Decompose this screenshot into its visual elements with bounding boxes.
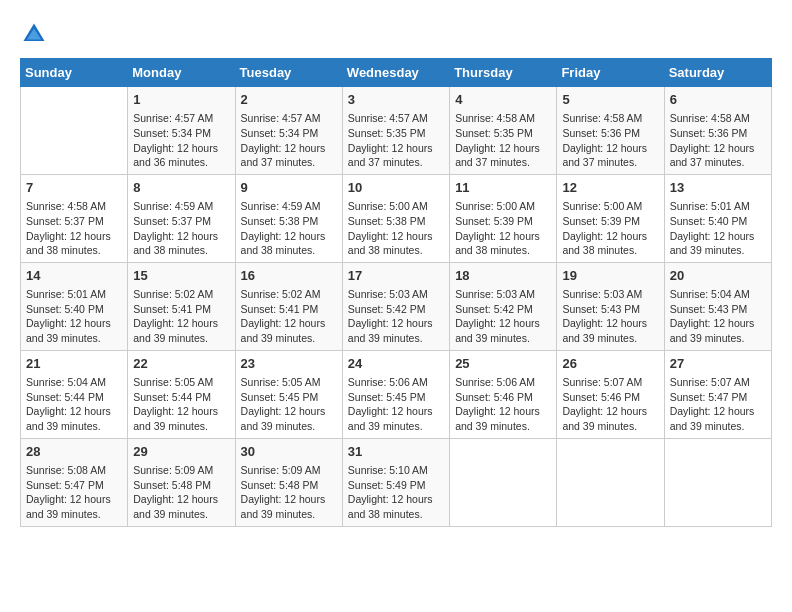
- day-info: and 39 minutes.: [133, 331, 229, 346]
- day-info: Sunrise: 5:00 AM: [348, 199, 444, 214]
- day-info: Daylight: 12 hours: [455, 229, 551, 244]
- day-info: Sunrise: 5:06 AM: [348, 375, 444, 390]
- day-info: Sunrise: 5:06 AM: [455, 375, 551, 390]
- day-info: Sunset: 5:41 PM: [241, 302, 337, 317]
- day-info: and 39 minutes.: [26, 331, 122, 346]
- day-info: Sunset: 5:35 PM: [455, 126, 551, 141]
- day-info: Daylight: 12 hours: [562, 404, 658, 419]
- day-number: 10: [348, 179, 444, 197]
- day-info: Sunset: 5:44 PM: [26, 390, 122, 405]
- day-number: 14: [26, 267, 122, 285]
- day-info: and 39 minutes.: [670, 331, 766, 346]
- day-info: Sunrise: 5:03 AM: [348, 287, 444, 302]
- day-number: 13: [670, 179, 766, 197]
- day-info: Sunrise: 4:59 AM: [241, 199, 337, 214]
- day-info: and 36 minutes.: [133, 155, 229, 170]
- day-number: 4: [455, 91, 551, 109]
- day-info: Sunrise: 4:57 AM: [348, 111, 444, 126]
- day-info: and 39 minutes.: [26, 507, 122, 522]
- day-info: Sunset: 5:46 PM: [562, 390, 658, 405]
- day-info: Sunset: 5:39 PM: [562, 214, 658, 229]
- day-info: and 39 minutes.: [348, 331, 444, 346]
- day-info: Sunrise: 5:02 AM: [241, 287, 337, 302]
- day-info: and 38 minutes.: [133, 243, 229, 258]
- day-number: 11: [455, 179, 551, 197]
- day-info: Sunrise: 5:03 AM: [455, 287, 551, 302]
- day-info: and 39 minutes.: [241, 419, 337, 434]
- day-info: Sunset: 5:36 PM: [670, 126, 766, 141]
- day-info: Sunrise: 5:01 AM: [26, 287, 122, 302]
- day-number: 6: [670, 91, 766, 109]
- day-info: Sunrise: 5:02 AM: [133, 287, 229, 302]
- day-number: 24: [348, 355, 444, 373]
- day-info: Sunrise: 5:01 AM: [670, 199, 766, 214]
- day-info: and 39 minutes.: [670, 419, 766, 434]
- day-info: Sunset: 5:42 PM: [348, 302, 444, 317]
- day-info: Sunset: 5:34 PM: [133, 126, 229, 141]
- week-row-5: 28Sunrise: 5:08 AMSunset: 5:47 PMDayligh…: [21, 438, 772, 526]
- logo-icon: [20, 20, 48, 48]
- day-info: Sunset: 5:45 PM: [348, 390, 444, 405]
- day-info: Sunset: 5:46 PM: [455, 390, 551, 405]
- day-number: 7: [26, 179, 122, 197]
- day-cell: 7Sunrise: 4:58 AMSunset: 5:37 PMDaylight…: [21, 174, 128, 262]
- day-info: and 39 minutes.: [241, 331, 337, 346]
- calendar-header: SundayMondayTuesdayWednesdayThursdayFrid…: [21, 59, 772, 87]
- day-cell: 21Sunrise: 5:04 AMSunset: 5:44 PMDayligh…: [21, 350, 128, 438]
- day-info: Sunset: 5:43 PM: [670, 302, 766, 317]
- day-cell: 28Sunrise: 5:08 AMSunset: 5:47 PMDayligh…: [21, 438, 128, 526]
- calendar-body: 1Sunrise: 4:57 AMSunset: 5:34 PMDaylight…: [21, 87, 772, 527]
- day-number: 20: [670, 267, 766, 285]
- day-cell: 20Sunrise: 5:04 AMSunset: 5:43 PMDayligh…: [664, 262, 771, 350]
- day-info: and 38 minutes.: [26, 243, 122, 258]
- day-info: Sunrise: 4:58 AM: [455, 111, 551, 126]
- day-info: Daylight: 12 hours: [241, 229, 337, 244]
- day-info: and 37 minutes.: [562, 155, 658, 170]
- day-info: Daylight: 12 hours: [670, 316, 766, 331]
- day-number: 12: [562, 179, 658, 197]
- day-number: 19: [562, 267, 658, 285]
- day-info: Daylight: 12 hours: [562, 141, 658, 156]
- day-cell: [450, 438, 557, 526]
- day-cell: 30Sunrise: 5:09 AMSunset: 5:48 PMDayligh…: [235, 438, 342, 526]
- day-info: Sunset: 5:35 PM: [348, 126, 444, 141]
- day-info: Sunset: 5:48 PM: [241, 478, 337, 493]
- header-cell-tuesday: Tuesday: [235, 59, 342, 87]
- day-info: Sunset: 5:47 PM: [26, 478, 122, 493]
- header-cell-saturday: Saturday: [664, 59, 771, 87]
- day-info: Sunset: 5:40 PM: [26, 302, 122, 317]
- day-number: 18: [455, 267, 551, 285]
- day-info: Sunrise: 4:57 AM: [133, 111, 229, 126]
- day-cell: 16Sunrise: 5:02 AMSunset: 5:41 PMDayligh…: [235, 262, 342, 350]
- day-info: Sunrise: 5:04 AM: [670, 287, 766, 302]
- day-info: Daylight: 12 hours: [133, 141, 229, 156]
- day-info: Sunset: 5:44 PM: [133, 390, 229, 405]
- day-info: Sunset: 5:37 PM: [133, 214, 229, 229]
- day-info: Sunrise: 5:04 AM: [26, 375, 122, 390]
- day-info: Sunrise: 5:05 AM: [133, 375, 229, 390]
- day-info: Sunset: 5:47 PM: [670, 390, 766, 405]
- day-info: and 39 minutes.: [348, 419, 444, 434]
- calendar-table: SundayMondayTuesdayWednesdayThursdayFrid…: [20, 58, 772, 527]
- day-cell: 12Sunrise: 5:00 AMSunset: 5:39 PMDayligh…: [557, 174, 664, 262]
- day-number: 17: [348, 267, 444, 285]
- header-row: SundayMondayTuesdayWednesdayThursdayFrid…: [21, 59, 772, 87]
- logo: [20, 20, 52, 48]
- week-row-2: 7Sunrise: 4:58 AMSunset: 5:37 PMDaylight…: [21, 174, 772, 262]
- day-info: Sunset: 5:37 PM: [26, 214, 122, 229]
- day-info: Sunrise: 4:58 AM: [562, 111, 658, 126]
- day-info: and 38 minutes.: [562, 243, 658, 258]
- day-cell: 29Sunrise: 5:09 AMSunset: 5:48 PMDayligh…: [128, 438, 235, 526]
- week-row-4: 21Sunrise: 5:04 AMSunset: 5:44 PMDayligh…: [21, 350, 772, 438]
- day-number: 25: [455, 355, 551, 373]
- day-info: and 39 minutes.: [670, 243, 766, 258]
- day-cell: 1Sunrise: 4:57 AMSunset: 5:34 PMDaylight…: [128, 87, 235, 175]
- week-row-1: 1Sunrise: 4:57 AMSunset: 5:34 PMDaylight…: [21, 87, 772, 175]
- day-info: Daylight: 12 hours: [348, 141, 444, 156]
- day-info: Daylight: 12 hours: [241, 316, 337, 331]
- day-info: and 37 minutes.: [455, 155, 551, 170]
- day-info: Sunrise: 4:58 AM: [670, 111, 766, 126]
- day-number: 5: [562, 91, 658, 109]
- day-info: Daylight: 12 hours: [562, 229, 658, 244]
- day-cell: 18Sunrise: 5:03 AMSunset: 5:42 PMDayligh…: [450, 262, 557, 350]
